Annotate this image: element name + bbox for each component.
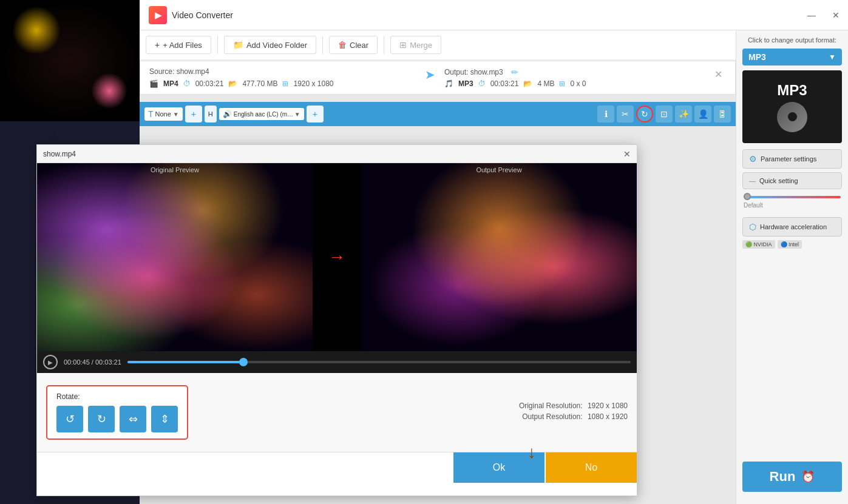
red-arrow-icon: → <box>328 247 345 267</box>
output-resolution: 0 x 0 <box>570 79 586 88</box>
file-source-row: Source: show.mp4 <box>149 67 416 76</box>
original-preview-section: Original Preview <box>37 163 313 351</box>
flip-horizontal-button[interactable]: ⇔ <box>120 406 146 432</box>
original-resolution-line: Original Resolution: 1920 x 1080 <box>519 402 628 410</box>
settings-icon: ⚙ <box>749 154 757 164</box>
clock-icon-out: ⏱ <box>478 79 486 88</box>
output-duration: 00:03:21 <box>490 79 519 88</box>
text-icon: T <box>148 109 154 119</box>
video-controls-bar: T None ▼ + H 🔊 English aac (LC) (m… ▼ + … <box>140 102 736 126</box>
dropdown-icon: ▼ <box>173 111 179 118</box>
quality-slider-container: Default <box>742 193 842 212</box>
toolbar-divider-2 <box>322 36 323 54</box>
output-resolution-line: Output Resolution: 1080 x 1920 <box>519 412 628 421</box>
hardware-acceleration-button[interactable]: ⬡ Hardware acceleration <box>742 217 842 237</box>
rotate-cw-button[interactable]: ↻ <box>88 406 115 432</box>
source-format: MP4 <box>163 79 178 88</box>
video-enhance-btn[interactable]: H <box>205 106 217 123</box>
mp3-big-text: MP3 <box>777 82 807 99</box>
audio-dropdown-icon: ▼ <box>294 111 300 118</box>
convert-direction-arrow: → <box>313 163 361 351</box>
close-button[interactable]: ✕ <box>824 0 848 30</box>
ok-button-annotation-arrow: ↓ <box>527 443 536 462</box>
audio-add-btn[interactable]: + <box>307 106 324 123</box>
original-video-frame <box>37 163 313 351</box>
source-duration: 00:03:21 <box>195 79 224 88</box>
selected-format-text: MP3 <box>748 52 766 62</box>
minimize-button[interactable]: — <box>799 0 824 30</box>
edit-output-icon[interactable]: ✏ <box>511 67 518 77</box>
convert-arrow-icon: ➤ <box>425 67 435 82</box>
flip-v-icon: ⇕ <box>160 412 169 426</box>
progress-bar[interactable] <box>127 361 631 363</box>
app-logo: ▶ <box>149 6 167 24</box>
effects-btn[interactable]: 🎛 <box>714 106 731 123</box>
slider-thumb <box>744 193 751 200</box>
run-button[interactable]: Run ⏰ <box>742 462 842 492</box>
source-resolution: 1920 x 1080 <box>293 79 333 88</box>
thumbnail-image <box>0 0 140 121</box>
enhance-btn[interactable]: ✨ <box>675 106 692 123</box>
format-selector[interactable]: MP3 ▼ <box>742 49 842 66</box>
folder-size-icon-src: 📂 <box>228 79 237 88</box>
output-fireworks-visual <box>361 163 637 351</box>
mp3-format-preview: MP3 <box>742 70 842 143</box>
add-video-folder-button[interactable]: 📁 Add Video Folder <box>224 36 316 54</box>
merge-icon: ⊞ <box>399 40 407 50</box>
output-size: 4 MB <box>537 79 554 88</box>
audio-icon: 🔊 <box>223 110 232 118</box>
video-thumbnail <box>0 0 140 121</box>
gpu-chips-container: 🟢 NVIDIA 🔵 Intel <box>742 240 842 249</box>
subtitle-add-btn[interactable]: + <box>185 106 202 123</box>
playback-bar: ▶ 00:00:45 / 00:03:21 <box>37 351 637 373</box>
run-label: Run <box>770 469 796 485</box>
original-resolution-value: 1920 x 1080 <box>588 402 628 410</box>
progress-thumb <box>239 358 248 366</box>
merge-button[interactable]: ⊞ Merge <box>390 36 441 54</box>
time-display: 00:00:45 / 00:03:21 <box>64 358 121 366</box>
play-button[interactable]: ▶ <box>43 355 58 369</box>
output-video-frame <box>361 163 637 351</box>
cut-btn[interactable]: ✂ <box>617 106 634 123</box>
no-button[interactable]: No <box>546 452 637 483</box>
resolution-info: Original Resolution: 1920 x 1080 Output … <box>519 402 628 423</box>
flip-vertical-button[interactable]: ⇕ <box>151 406 178 432</box>
add-files-button[interactable]: + + Add Files <box>146 36 211 54</box>
res-icon-out: ⊞ <box>559 79 565 88</box>
original-preview-label: Original Preview <box>37 166 313 173</box>
subtitle-selector[interactable]: T None ▼ <box>144 107 183 121</box>
folder-size-icon-out: 📂 <box>523 79 532 88</box>
quick-setting-button[interactable]: — Quick setting <box>742 172 842 189</box>
output-format: MP3 <box>458 79 473 88</box>
preview-modal: show.mp4 ✕ Original Preview → Output Pre… <box>36 144 637 496</box>
original-fireworks-visual <box>37 163 313 351</box>
output-preview-section: Output Preview <box>361 163 637 351</box>
mp3-icon: 🎵 <box>444 79 453 88</box>
modal-bottom-buttons: Ok No <box>37 452 637 482</box>
rotate-label: Rotate: <box>56 392 178 401</box>
watermark-btn[interactable]: 👤 <box>694 106 711 123</box>
modal-bottom-spacer <box>37 452 453 482</box>
crop-btn[interactable]: ⊡ <box>656 106 673 123</box>
parameter-settings-button[interactable]: ⚙ Parameter settings <box>742 149 842 169</box>
quality-slider[interactable] <box>744 196 841 198</box>
close-file-info-button[interactable]: ✕ <box>711 67 726 81</box>
audio-track-selector[interactable]: 🔊 English aac (LC) (m… ▼ <box>219 108 304 120</box>
progress-fill <box>127 361 243 363</box>
toolbar-divider-3 <box>384 36 384 54</box>
rotate-section: Rotate: ↺ ↻ ⇔ ⇕ Original Resolution: 192 <box>37 373 637 452</box>
title-bar: ▶ Video Converter — ✕ <box>140 0 848 30</box>
info-btn[interactable]: ℹ <box>597 106 614 123</box>
preview-close-button[interactable]: ✕ <box>623 149 631 159</box>
rotate-btn[interactable]: ↻ <box>636 106 653 123</box>
rotate-controls-box: Rotate: ↺ ↻ ⇔ ⇕ <box>46 385 188 440</box>
intel-chip: 🔵 Intel <box>778 240 802 249</box>
right-panel: Click to change output format: MP3 ▼ MP3… <box>736 30 848 504</box>
mp3-disc-center <box>788 112 797 121</box>
output-resolution-value: 1080 x 1920 <box>588 412 628 421</box>
clear-button[interactable]: 🗑 Clear <box>329 36 378 54</box>
firework-decoration-2 <box>91 73 127 109</box>
nvidia-chip: 🟢 NVIDIA <box>742 240 775 249</box>
rotate-ccw-button[interactable]: ↺ <box>56 406 83 432</box>
preview-area: Original Preview → Output Preview <box>37 163 637 351</box>
